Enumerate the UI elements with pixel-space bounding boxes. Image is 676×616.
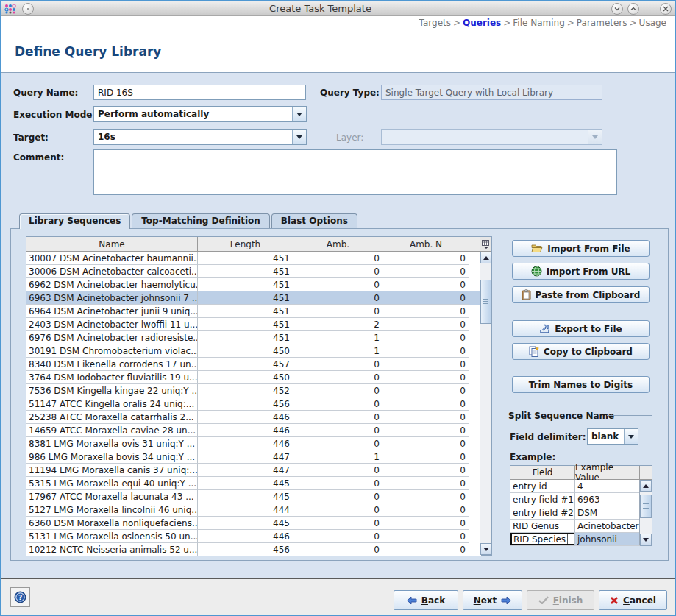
back-button[interactable]: Back xyxy=(394,590,458,610)
cell-amb-n: 0 xyxy=(383,411,469,424)
table-row[interactable]: 17967 ATCC Moraxella lacunata 43 ...4450… xyxy=(26,490,481,503)
cell-amb: 0 xyxy=(293,503,383,517)
copy-to-clipboard-button[interactable]: Copy to Clipboard xyxy=(512,343,650,360)
import-from-url-label: Import From URL xyxy=(547,266,631,277)
table-row[interactable]: 7536 DSM Kingella kingae 22 uniq:Y ...45… xyxy=(26,384,481,397)
column-header-example-value[interactable]: Example Value xyxy=(575,466,640,479)
table-row[interactable]: 11194 LMG Moraxella canis 37 uniq:...447… xyxy=(26,464,481,477)
table-row[interactable]: 10212 NCTC Neisseria animalis 52 u...456… xyxy=(26,543,481,556)
table-row[interactable]: 3764 DSM Iodobacter fluviatilis 19 u...4… xyxy=(26,371,481,384)
example-table-scrollbar[interactable] xyxy=(639,480,652,545)
table-row[interactable]: 25238 ATCC Moraxella catarrhalis 2...446… xyxy=(26,411,481,424)
cell-field: RID Genus xyxy=(510,520,575,533)
table-row[interactable]: 30006 DSM Acinetobacter calcoaceti...451… xyxy=(26,265,481,278)
cell-amb-n: 0 xyxy=(383,464,469,477)
cell-name: 10212 NCTC Neisseria animalis 52 u... xyxy=(26,543,198,556)
scroll-up-button[interactable] xyxy=(640,480,652,492)
field-delimiter-select[interactable]: blank xyxy=(587,428,638,445)
next-button[interactable]: Next xyxy=(463,590,522,610)
cell-amb-n: 0 xyxy=(383,331,469,344)
table-row[interactable]: 8340 DSM Eikenella corrodens 17 un...457… xyxy=(26,358,481,371)
table-row[interactable]: 6964 DSM Acinetobacter junii 9 uniq...45… xyxy=(26,305,481,318)
scrollbar-thumb[interactable] xyxy=(640,495,652,518)
cell-amb-n: 0 xyxy=(383,265,469,278)
table-row[interactable]: 30191 DSM Chromobacterium violac...45010 xyxy=(26,344,481,358)
window-roll-down-button[interactable] xyxy=(611,3,623,15)
example-row[interactable]: RID Speciesjohnsonii xyxy=(510,533,640,546)
breadcrumb-item-usage[interactable]: Usage xyxy=(639,18,666,28)
scrollbar-thumb[interactable] xyxy=(480,280,491,324)
window-menu-button[interactable] xyxy=(22,3,34,15)
cell-name: 30006 DSM Acinetobacter calcoaceti... xyxy=(26,265,198,278)
window-close-button[interactable] xyxy=(660,3,672,15)
column-header-field[interactable]: Field xyxy=(510,466,575,479)
tab-library-sequences[interactable]: Library Sequences xyxy=(19,213,130,229)
window-roll-up-button[interactable] xyxy=(627,3,639,15)
column-header-length[interactable]: Length xyxy=(198,237,293,251)
table-row[interactable]: 5131 LMG Moraxella osloensis 50 un...446… xyxy=(26,530,481,543)
column-config-button[interactable] xyxy=(480,237,491,252)
target-select[interactable]: 16s xyxy=(93,129,307,145)
table-row[interactable]: 986 LMG Moraxella bovis 34 uniq:Y ...447… xyxy=(26,450,481,464)
breadcrumb-item-file-naming[interactable]: File Naming xyxy=(513,18,564,28)
export-to-file-button[interactable]: Export to File xyxy=(512,320,650,337)
breadcrumb-item-queries[interactable]: Queries xyxy=(463,18,501,28)
scroll-up-button[interactable] xyxy=(480,252,491,263)
table-row[interactable]: 2403 DSM Acinetobacter lwoffii 11 u...45… xyxy=(26,318,481,331)
import-from-file-button[interactable]: Import From File xyxy=(512,240,650,257)
window-menu-icon xyxy=(26,7,30,11)
sequence-table: Name Length Amb. Amb. N 30007 DSM Acinet… xyxy=(26,236,492,556)
breadcrumb-item-parameters[interactable]: Parameters xyxy=(577,18,627,28)
example-row[interactable]: entry field #2DSM xyxy=(510,506,640,520)
query-name-input[interactable] xyxy=(93,85,306,100)
trim-names-to-digits-label: Trim Names to Digits xyxy=(529,380,633,390)
execution-mode-dropdown-button[interactable] xyxy=(292,107,306,121)
table-row[interactable]: 6963 DSM Acinetobacter johnsonii 7 ...45… xyxy=(26,291,481,305)
tab-top-matching-definition[interactable]: Top-Matching Definition xyxy=(132,213,270,228)
cell-name: 25238 ATCC Moraxella catarrhalis 2... xyxy=(26,411,198,424)
example-row[interactable]: entry field #16963 xyxy=(510,493,640,506)
query-name-label: Query Name: xyxy=(13,88,78,98)
page-title: Define Query Library xyxy=(15,44,161,59)
scroll-down-button[interactable] xyxy=(640,534,652,545)
field-delimiter-dropdown-button[interactable] xyxy=(624,429,638,444)
breadcrumb-item-targets[interactable]: Targets xyxy=(419,18,451,28)
table-row[interactable]: 14659 ATCC Moraxella caviae 28 un...4460… xyxy=(26,424,481,437)
example-row[interactable]: entry id4 xyxy=(510,480,640,493)
cell-amb: 0 xyxy=(293,464,383,477)
table-row[interactable]: 6360 DSM Moraxella nonliquefaciens...445… xyxy=(26,517,481,530)
copy-to-clipboard-label: Copy to Clipboard xyxy=(544,347,633,357)
cell-name: 14659 ATCC Moraxella caviae 28 un... xyxy=(26,424,198,437)
field-cell-editor[interactable]: RID Species xyxy=(510,533,575,545)
table-row[interactable]: 6962 DSM Acinetobacter haemolyticu...451… xyxy=(26,278,481,291)
column-header-amb-n[interactable]: Amb. N xyxy=(383,237,469,251)
import-from-url-button[interactable]: Import From URL xyxy=(512,263,650,280)
paste-from-clipboard-button[interactable]: Paste from Clipboard xyxy=(512,286,650,303)
table-row[interactable]: 6976 DSM Acinetobacter radioresiste...45… xyxy=(26,331,481,344)
table-row[interactable]: 30007 DSM Acinetobacter baumannii...4510… xyxy=(26,252,481,265)
column-header-amb[interactable]: Amb. xyxy=(293,237,383,251)
cell-amb-n: 0 xyxy=(383,450,469,464)
comment-textarea[interactable] xyxy=(93,149,617,195)
cell-name: 6360 DSM Moraxella nonliquefaciens... xyxy=(26,517,198,530)
scroll-down-button[interactable] xyxy=(480,543,491,555)
help-button[interactable]: ? xyxy=(10,587,30,607)
execution-mode-select[interactable]: Perform automatically xyxy=(93,106,307,122)
cell-length: 451 xyxy=(198,331,293,344)
close-icon xyxy=(663,6,669,12)
table-row[interactable]: 8381 LMG Moraxella ovis 31 uniq:Y ...446… xyxy=(26,437,481,450)
cell-name: 2403 DSM Acinetobacter lwoffii 11 u... xyxy=(26,318,198,331)
table-row[interactable]: 5127 LMG Moraxella lincolnii 46 uniq...4… xyxy=(26,503,481,517)
triangle-down-icon xyxy=(643,538,649,542)
example-row[interactable]: RID GenusAcinetobacter xyxy=(510,520,640,533)
chevron-down-icon xyxy=(592,135,598,139)
trim-names-to-digits-button[interactable]: Trim Names to Digits xyxy=(512,376,650,393)
tab-blast-options[interactable]: Blast Options xyxy=(271,213,357,228)
target-dropdown-button[interactable] xyxy=(292,130,306,144)
cancel-button[interactable]: Cancel xyxy=(599,590,667,610)
sequence-table-scrollbar[interactable] xyxy=(480,252,491,555)
cell-name: 17967 ATCC Moraxella lacunata 43 ... xyxy=(26,490,198,503)
table-row[interactable]: 5315 LMG Moraxella equi 40 uniq:Y ...445… xyxy=(26,477,481,490)
column-header-name[interactable]: Name xyxy=(26,237,198,251)
table-row[interactable]: 51147 ATCC Kingella oralis 24 uniq:...45… xyxy=(26,397,481,411)
